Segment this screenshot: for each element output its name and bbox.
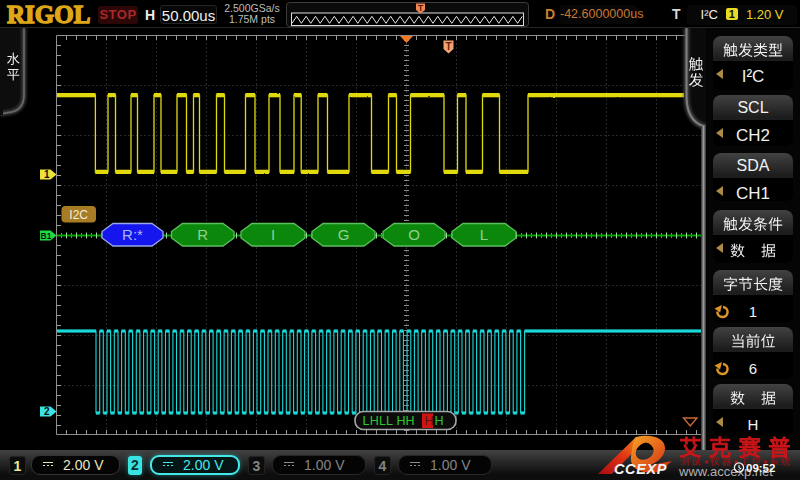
svg-text:G: G [338,226,350,243]
svg-text:I2C: I2C [69,208,88,222]
svg-text:R: R [197,226,208,243]
svg-text:I: I [271,226,275,243]
svg-text:T: T [418,3,424,13]
svg-text:O: O [408,226,420,243]
svg-text:H: H [435,414,444,428]
svg-text:R:*: R:* [122,226,143,243]
svg-text:CCEXP: CCEXP [614,461,667,477]
svg-text:09:52: 09:52 [746,462,775,474]
svg-text:1: 1 [44,169,50,180]
svg-text:B1: B1 [41,231,52,241]
svg-text:2: 2 [44,406,50,417]
svg-text:L: L [480,226,488,243]
svg-text:H: H [425,414,434,428]
svg-text:LHLL HH: LHLL HH [363,414,415,428]
svg-text:T: T [445,41,451,52]
